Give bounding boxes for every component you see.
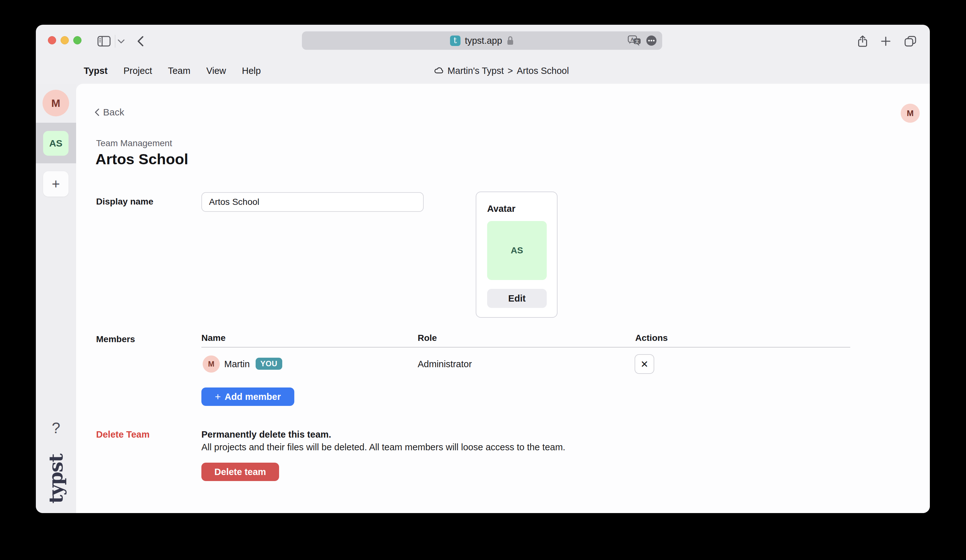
- team-management-panel: Back M Team Management Artos School Disp…: [76, 84, 930, 513]
- share-icon[interactable]: [858, 35, 867, 47]
- favicon-letter: t: [453, 36, 457, 45]
- delete-team-description: All projects and their files will be del…: [201, 442, 565, 453]
- column-header-actions: Actions: [635, 333, 668, 343]
- typst-logo[interactable]: typst: [36, 450, 76, 507]
- zoom-window-button[interactable]: [73, 36, 82, 44]
- app-menus: Typst Project Team View Help: [84, 58, 261, 84]
- lock-icon: [506, 36, 514, 46]
- member-initial: M: [208, 360, 214, 368]
- toolbar-right-actions: [858, 25, 917, 58]
- sidebar-icon: [97, 36, 111, 47]
- breadcrumb-separator: >: [508, 66, 513, 76]
- remove-member-button[interactable]: ✕: [634, 354, 654, 374]
- breadcrumb-workspace[interactable]: Martin's Typst: [447, 66, 504, 76]
- toolbar-divider: [115, 35, 115, 48]
- browser-toolbar: t typst.app A 文: [36, 25, 930, 58]
- display-name-label: Display name: [96, 197, 153, 207]
- sidebar-item-personal-workspace[interactable]: M: [43, 90, 69, 117]
- chevron-left-icon: [95, 108, 99, 116]
- back-label: Back: [103, 107, 124, 118]
- close-icon: ✕: [640, 359, 648, 370]
- chevron-left-icon: [137, 36, 144, 46]
- page-settings-icon[interactable]: [646, 35, 657, 46]
- column-header-role: Role: [418, 333, 437, 343]
- app-menu-bar: Typst Project Team View Help Martin's Ty…: [36, 58, 930, 84]
- breadcrumb-page[interactable]: Artos School: [517, 66, 568, 76]
- team-initials: AS: [49, 138, 62, 149]
- section-label: Team Management: [96, 138, 172, 148]
- url-text: typst.app: [465, 36, 502, 46]
- menu-team[interactable]: Team: [168, 66, 190, 76]
- question-mark-icon: ?: [52, 420, 60, 436]
- user-initial: M: [51, 97, 60, 109]
- page-title: Artos School: [95, 150, 188, 168]
- toggle-sidebar-button[interactable]: [96, 25, 112, 58]
- account-avatar[interactable]: M: [901, 104, 920, 123]
- workspace-sidebar: M AS + ? typst: [36, 84, 76, 513]
- display-name-input[interactable]: [201, 192, 424, 212]
- browser-back-button[interactable]: [135, 25, 146, 58]
- avatar-card-label: Avatar: [487, 204, 515, 214]
- members-label: Members: [96, 334, 135, 344]
- svg-text:A: A: [631, 36, 634, 42]
- svg-text:文: 文: [635, 39, 639, 44]
- menu-project[interactable]: Project: [123, 66, 152, 76]
- chevron-down-icon: [118, 39, 125, 43]
- menu-help[interactable]: Help: [242, 66, 261, 76]
- plus-icon: +: [52, 176, 60, 192]
- account-initial: M: [907, 108, 913, 118]
- minimize-window-button[interactable]: [61, 36, 69, 44]
- edit-avatar-button[interactable]: Edit: [487, 289, 547, 308]
- delete-team-button[interactable]: Delete team: [201, 463, 279, 481]
- translate-icon[interactable]: A 文: [627, 34, 642, 47]
- close-window-button[interactable]: [48, 36, 56, 44]
- you-badge-label: YOU: [260, 359, 278, 368]
- address-bar-actions: A 文: [627, 31, 657, 50]
- sidebar-item-team-artos-school[interactable]: AS: [43, 131, 69, 156]
- delete-team-section-label: Delete Team: [96, 429, 150, 440]
- typst-logo-text: typst: [45, 454, 67, 504]
- member-avatar: M: [203, 355, 220, 373]
- help-button[interactable]: ?: [36, 419, 76, 437]
- add-member-button[interactable]: + Add member: [201, 388, 294, 406]
- address-bar[interactable]: t typst.app A 文: [302, 31, 662, 50]
- breadcrumb: Martin's Typst > Artos School: [434, 58, 569, 84]
- delete-team-heading: Permanently delete this team.: [201, 429, 331, 440]
- cloud-icon: [434, 67, 444, 74]
- tab-overview-icon[interactable]: [904, 36, 917, 47]
- add-team-button[interactable]: +: [43, 171, 69, 197]
- menu-typst[interactable]: Typst: [84, 66, 107, 76]
- back-link[interactable]: Back: [95, 107, 124, 118]
- menu-view[interactable]: View: [206, 66, 226, 76]
- window-controls: [48, 36, 82, 44]
- you-badge: YOU: [256, 358, 282, 370]
- plus-icon: +: [215, 391, 221, 403]
- column-header-name: Name: [201, 333, 225, 343]
- table-header-divider: [201, 347, 850, 348]
- avatar-card: Avatar AS Edit: [476, 192, 557, 318]
- member-name: Martin: [224, 359, 250, 370]
- toolbar-chevron-button[interactable]: [117, 25, 126, 58]
- team-avatar-initials: AS: [511, 245, 523, 256]
- site-favicon: t: [450, 36, 460, 46]
- member-role: Administrator: [418, 359, 472, 370]
- add-member-label: Add member: [225, 392, 281, 402]
- browser-window: t typst.app A 文: [36, 25, 930, 513]
- new-tab-icon[interactable]: [881, 36, 891, 46]
- team-avatar-preview: AS: [487, 221, 547, 280]
